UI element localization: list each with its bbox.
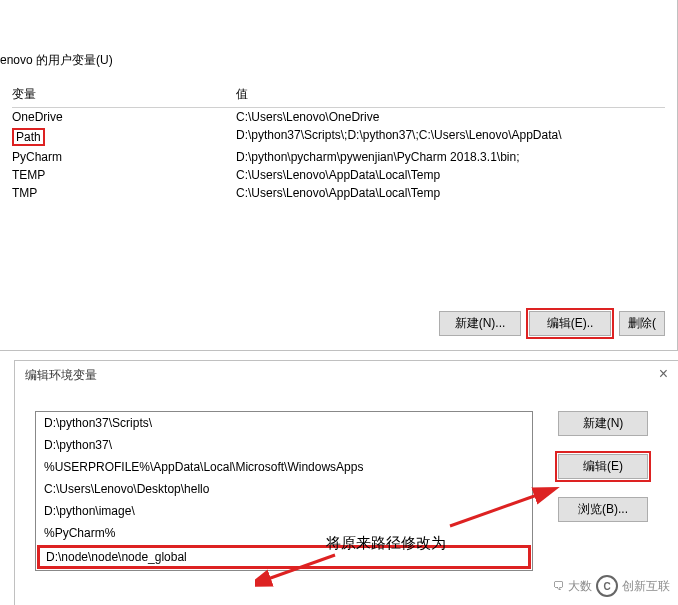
table-body: OneDrive C:\Users\Lenovo\OneDrive Path D… — [12, 108, 665, 202]
cell-var: PyCharm — [12, 150, 236, 164]
dialog-buttons: 新建(N) 编辑(E) 浏览(B)... — [558, 411, 678, 522]
section-title: enovo 的用户变量(U) — [0, 52, 113, 69]
watermark-prefix: 🗨 大数 — [553, 578, 592, 595]
list-item[interactable]: %USERPROFILE%\AppData\Local\Microsoft\Wi… — [36, 456, 532, 478]
list-item[interactable]: D:\python\image\ — [36, 500, 532, 522]
cell-var: OneDrive — [12, 110, 236, 124]
table-row[interactable]: OneDrive C:\Users\Lenovo\OneDrive — [12, 108, 665, 126]
list-item[interactable]: %PyCharm% — [36, 522, 532, 544]
cell-var: Path — [12, 128, 236, 146]
table-header-row: 变量 值 — [12, 86, 665, 108]
close-icon[interactable]: × — [659, 365, 668, 383]
cell-val: D:\python37\Scripts\;D:\python37\;C:\Use… — [236, 128, 665, 146]
annotation-text: 将原来路径修改为 — [326, 534, 446, 553]
dialog-edit-button[interactable]: 编辑(E) — [558, 454, 648, 479]
dialog-title: 编辑环境变量 — [25, 367, 97, 384]
watermark-logo-icon: C — [596, 575, 618, 597]
top-buttons: 新建(N)... 编辑(E).. 删除( — [439, 311, 665, 336]
list-item-editing[interactable]: D:\node\node\node_global — [37, 545, 531, 569]
table-row[interactable]: PyCharm D:\python\pycharm\pywenjian\PyCh… — [12, 148, 665, 166]
dialog-browse-button[interactable]: 浏览(B)... — [558, 497, 648, 522]
header-value: 值 — [236, 86, 665, 103]
table-row[interactable]: Path D:\python37\Scripts\;D:\python37\;C… — [12, 126, 665, 148]
highlight-path: Path — [12, 128, 45, 146]
watermark: 🗨 大数 C 创新互联 — [553, 575, 670, 597]
edit-button[interactable]: 编辑(E).. — [529, 311, 611, 336]
dialog-new-button[interactable]: 新建(N) — [558, 411, 648, 436]
table-row[interactable]: TMP C:\Users\Lenovo\AppData\Local\Temp — [12, 184, 665, 202]
cell-var: TEMP — [12, 168, 236, 182]
list-item[interactable]: D:\python37\ — [36, 434, 532, 456]
list-item[interactable]: D:\python37\Scripts\ — [36, 412, 532, 434]
delete-button[interactable]: 删除( — [619, 311, 665, 336]
user-variables-panel: enovo 的用户变量(U) 变量 值 OneDrive C:\Users\Le… — [0, 0, 678, 351]
list-item[interactable]: C:\Users\Lenovo\Desktop\hello — [36, 478, 532, 500]
path-listbox[interactable]: D:\python37\Scripts\ D:\python37\ %USERP… — [35, 411, 533, 571]
new-button[interactable]: 新建(N)... — [439, 311, 521, 336]
cell-val: D:\python\pycharm\pywenjian\PyCharm 2018… — [236, 150, 665, 164]
header-variable: 变量 — [12, 86, 236, 103]
table-row[interactable]: TEMP C:\Users\Lenovo\AppData\Local\Temp — [12, 166, 665, 184]
cell-val: C:\Users\Lenovo\AppData\Local\Temp — [236, 186, 665, 200]
watermark-brand: 创新互联 — [622, 578, 670, 595]
edit-env-dialog: 编辑环境变量 × D:\python37\Scripts\ D:\python3… — [14, 360, 678, 605]
cell-val: C:\Users\Lenovo\AppData\Local\Temp — [236, 168, 665, 182]
cell-val: C:\Users\Lenovo\OneDrive — [236, 110, 665, 124]
cell-var: TMP — [12, 186, 236, 200]
